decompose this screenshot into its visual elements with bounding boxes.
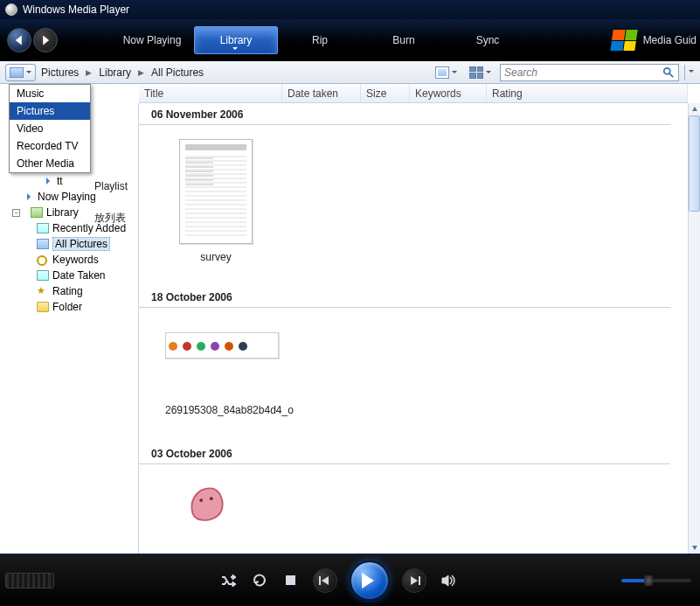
category-menu: Music Pictures Video Recorded TV Other M… [9, 84, 91, 173]
picture-item-blob[interactable] [184, 482, 226, 524]
scroll-down-button[interactable] [689, 541, 700, 554]
previous-button[interactable] [313, 568, 337, 593]
category-selector-button[interactable] [5, 64, 36, 81]
search-input[interactable] [504, 66, 662, 79]
top-nav: Now Playing Library Rip Burn Sync Media … [0, 19, 700, 61]
shuffle-button[interactable] [218, 571, 238, 590]
image-thumbnail-icon [165, 332, 279, 359]
forward-button[interactable] [33, 28, 58, 52]
chevron-down-icon [452, 71, 457, 76]
folder-icon [37, 302, 49, 312]
tree-item-library[interactable]: -Library [0, 205, 138, 220]
picture-item-survey[interactable]: survey [177, 139, 254, 263]
pictures-icon [37, 239, 49, 249]
tab-label: Sync [476, 34, 500, 46]
play-button[interactable] [350, 561, 390, 601]
tab-sync[interactable]: Sync [446, 19, 530, 61]
mute-button[interactable] [439, 571, 458, 590]
menu-item-video[interactable]: Video [10, 120, 90, 137]
app-title: Windows Media Player [23, 3, 129, 16]
tree-item-rating[interactable]: ★Rating [0, 283, 138, 299]
tab-rip[interactable]: Rip [278, 19, 362, 61]
svg-rect-4 [319, 576, 321, 585]
tab-media-guide[interactable]: Media Guid [643, 34, 697, 46]
tab-label: Burn [392, 34, 414, 46]
vertical-scrollbar[interactable] [688, 103, 700, 554]
title-bar: Windows Media Player [0, 0, 700, 19]
key-icon [37, 254, 49, 265]
stop-button[interactable] [281, 571, 301, 590]
compact-mode-button[interactable] [5, 573, 54, 589]
column-headers: Title Date taken Size Keywords Rating [139, 84, 688, 103]
search-icon [662, 66, 675, 79]
tab-label: Rip [312, 34, 328, 46]
chevron-right-icon: ▶ [136, 68, 146, 77]
layout-icon [435, 66, 449, 79]
repeat-button[interactable] [250, 571, 269, 590]
calendar-icon [37, 223, 49, 233]
tab-now-playing[interactable]: Now Playing [110, 19, 194, 61]
chevron-down-icon [486, 71, 491, 76]
tab-label: Library [220, 34, 253, 46]
tree-item-tt[interactable]: tt [0, 173, 138, 189]
menu-item-recorded-tv[interactable]: Recorded TV [10, 137, 90, 155]
svg-rect-5 [419, 576, 420, 585]
star-icon: ★ [37, 286, 49, 296]
windows-logo-icon [610, 30, 637, 51]
breadcrumb-pictures[interactable]: Pictures [39, 66, 80, 79]
menu-item-music[interactable]: Music [10, 85, 90, 102]
scroll-up-button[interactable] [689, 103, 700, 115]
pictures-icon [10, 67, 24, 78]
tree-item-keywords[interactable]: Keywords [0, 252, 138, 268]
tree-item-recently-added[interactable]: Recently Added [0, 220, 138, 236]
picture-item-269195308[interactable]: 269195308_84ab82b4d4_o [139, 332, 688, 416]
tree-item-all-pictures[interactable]: All Pictures [0, 236, 138, 252]
grid-icon [469, 66, 483, 79]
play-icon [27, 193, 34, 200]
chevron-down-icon [689, 70, 694, 75]
workspace: Title Date taken Size Keywords Rating Pl… [0, 84, 700, 554]
image-thumbnail-icon [184, 482, 226, 524]
column-date-taken[interactable]: Date taken [282, 84, 361, 102]
back-button[interactable] [7, 28, 31, 52]
search-box[interactable] [500, 64, 679, 81]
column-title[interactable]: Title [139, 84, 282, 102]
app-icon [5, 3, 17, 16]
tab-label: Now Playing [123, 34, 182, 46]
icon-view-button[interactable] [466, 66, 495, 80]
toolbar-menu-button[interactable] [684, 65, 697, 80]
scrollbar-track[interactable] [689, 115, 700, 541]
document-thumbnail-icon [179, 139, 253, 244]
scrollbar-thumb[interactable] [689, 115, 700, 212]
layout-view-button[interactable] [432, 66, 461, 80]
next-button[interactable] [402, 568, 426, 593]
svg-point-0 [664, 67, 670, 73]
chevron-down-icon [26, 71, 31, 76]
volume-slider[interactable] [621, 579, 691, 582]
tab-burn[interactable]: Burn [362, 19, 446, 61]
group-header[interactable]: 18 October 2006 [139, 286, 670, 308]
column-rating[interactable]: Rating [487, 84, 688, 102]
breadcrumb-all-pictures[interactable]: All Pictures [149, 66, 205, 79]
picture-label: 269195308_84ab82b4d4_o [139, 369, 688, 416]
collapse-icon[interactable]: - [12, 209, 20, 217]
content-pane: 06 November 2006 survey 18 October 2006 … [139, 103, 688, 554]
menu-item-other-media[interactable]: Other Media [10, 155, 90, 172]
svg-line-1 [669, 73, 673, 76]
calendar-icon [37, 270, 49, 281]
svg-point-3 [210, 497, 213, 500]
chevron-right-icon: ▶ [84, 68, 94, 77]
tab-library[interactable]: Library [194, 26, 278, 54]
svg-point-2 [199, 498, 203, 502]
column-keywords[interactable]: Keywords [410, 84, 487, 102]
tree-item-now-playing[interactable]: Now Playing [0, 189, 138, 205]
tree-item-date-taken[interactable]: Date Taken [0, 268, 138, 283]
group-header[interactable]: 03 October 2006 [139, 442, 670, 464]
breadcrumb-library[interactable]: Library [97, 66, 133, 79]
column-size[interactable]: Size [361, 84, 410, 102]
menu-item-pictures[interactable]: Pictures [10, 102, 90, 120]
group-header[interactable]: 06 November 2006 [139, 103, 670, 125]
tree-item-folder[interactable]: Folder [0, 299, 138, 315]
play-icon [46, 178, 53, 185]
player-bar [0, 554, 700, 606]
